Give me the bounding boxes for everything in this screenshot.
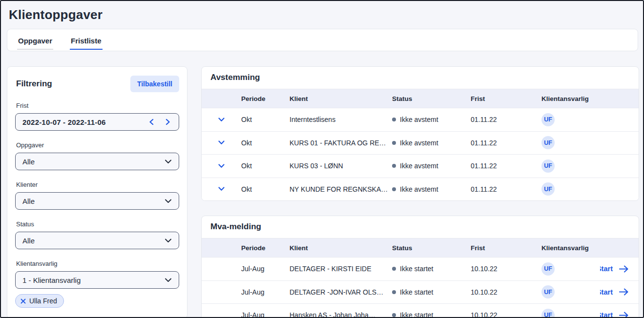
tab-fristliste[interactable]: Fristliste [70,31,103,50]
periode-cell: Okt [241,162,290,170]
column-header-frist: Frist [471,244,541,252]
klienter-select-value: Alle [22,197,165,205]
status-select-value: Alle [22,237,165,245]
frist-cell: 10.10.22 [471,265,541,273]
chevron-down-icon [165,199,172,203]
start-link[interactable]: Start [600,265,629,273]
oppgaver-select-value: Alle [22,158,165,166]
table-header-row: PeriodeKlientStatusFristKlientansvarlig [202,238,639,257]
status-text: Ikke avstemt [400,139,438,147]
frist-cell: 01.11.22 [471,139,541,147]
expand-chevron-icon[interactable] [218,140,225,145]
klientansvarlig-cell: UF [541,309,600,318]
arrow-right-icon[interactable] [619,265,629,273]
klienter-select[interactable]: Alle [15,192,179,210]
klientansvarlig-badge: UF [541,136,555,149]
frist-filter: Frist 2022-10-07 - 2022-11-06 [15,102,179,131]
table-row: OktNY KUNDE FOR REGNKSKA…Ikke avstemt01.… [202,178,639,201]
chevron-down-icon [165,159,172,164]
status-cell: Ikke avstemt [392,139,471,147]
status-text: Ikke avstemt [400,116,438,123]
column-header-status: Status [392,95,471,102]
start-link[interactable]: Start [600,311,629,318]
oppgaver-filter: Oppgaver Alle [15,141,179,170]
status-dot-icon [392,267,396,271]
frist-date-range-input[interactable]: 2022-10-07 - 2022-11-06 [15,113,179,131]
expand-chevron-icon[interactable] [218,164,225,168]
action-cell: Start [600,311,639,318]
table-title: Mva-melding [202,216,639,238]
status-dot-icon [392,164,396,168]
status-text: Ikke startet [400,288,433,296]
action-cell: Start [600,265,639,273]
klientansvarlig-cell: UF [541,159,600,173]
tables-column: Avstemming PeriodeKlientStatusFristKlien… [201,66,639,318]
table-row: Jul-AugDELTAGER -JON-IVAR OLS…Ikke start… [202,280,639,304]
status-dot-icon [392,141,396,145]
column-header-klient: Klient [290,244,392,252]
main-content: Filtrering Tilbakestill Frist 2022-10-07… [7,66,639,318]
column-header-periode: Periode [241,244,290,252]
tab-oppgaver[interactable]: Oppgaver [17,31,53,50]
expand-chevron-icon[interactable] [218,187,225,191]
close-icon[interactable] [21,298,26,304]
page-header: Klientoppgaver [1,1,643,27]
status-select[interactable]: Alle [15,232,179,249]
klientansvarlig-cell: UF [541,136,600,149]
table-row: OktInterntestlisensIkke avstemt01.11.22U… [202,108,639,131]
status-cell: Ikke avstemt [392,116,471,123]
klientansvarlig-badge: UF [541,182,555,196]
start-link-label: Start [600,311,613,318]
klientansvarlig-cell: UF [541,182,600,196]
periode-cell: Jul-Aug [241,288,290,296]
klientansvarlig-cell: UF [541,285,600,298]
klient-cell: DELTAGER -JON-IVAR OLS… [290,288,392,296]
start-link[interactable]: Start [600,288,629,296]
klient-cell: NY KUNDE FOR REGNKSKA… [290,185,392,193]
filter-chip-label: Ulla Fred [29,297,57,305]
table-body: OktInterntestlisensIkke avstemt01.11.22U… [202,108,639,200]
table-row: OktKURS 01 - FAKTURA OG RE…Ikke avstemt0… [202,131,639,155]
status-cell: Ikke startet [392,288,471,296]
chevron-left-icon[interactable] [148,119,154,125]
klient-cell: KURS 03 - LØNN [290,162,392,170]
periode-cell: Jul-Aug [241,265,290,273]
klienter-filter: Klienter Alle [15,181,179,210]
arrow-right-icon[interactable] [619,288,629,296]
periode-cell: Jul-Aug [241,311,290,318]
klientansvarlig-select[interactable]: 1 - Klientansvarlig [15,271,179,289]
klient-cell: KURS 01 - FAKTURA OG RE… [290,139,392,147]
periode-cell: Okt [241,139,290,147]
klientansvarlig-filter: Klientansvarlig 1 - Klientansvarlig Ulla… [15,260,179,308]
column-header-status: Status [392,244,471,252]
expand-chevron-icon[interactable] [218,118,225,122]
klientansvarlig-badge: UF [541,262,555,276]
arrow-right-icon[interactable] [619,312,629,318]
periode-cell: Okt [241,116,290,123]
klientansvarlig-label: Klientansvarlig [16,260,179,267]
filter-title: Filtrering [15,79,52,89]
chevron-right-icon[interactable] [165,119,171,125]
status-cell: Ikke startet [392,311,471,318]
status-cell: Ikke avstemt [392,162,471,170]
table-row: OktKURS 03 - LØNNIkke avstemt01.11.22UF [202,154,639,178]
status-text: Ikke startet [400,265,433,273]
oppgaver-select[interactable]: Alle [15,153,179,170]
tab-bar: Oppgaver Fristliste [7,29,638,51]
filter-chip-ulla-fred[interactable]: Ulla Fred [15,294,64,308]
reset-filters-button[interactable]: Tilbakestill [130,76,179,92]
status-text: Ikke startet [400,311,433,318]
frist-date-range-value: 2022-10-07 - 2022-11-06 [22,118,148,126]
klient-cell: Interntestlisens [290,116,392,123]
klientansvarlig-badge: UF [541,159,555,173]
column-header-periode: Periode [241,95,290,102]
table-header-row: PeriodeKlientStatusFristKlientansvarlig [202,89,639,108]
klientansvarlig-cell: UF [541,262,600,276]
chevron-down-icon [165,238,172,243]
column-header-frist: Frist [471,95,541,102]
klientansvarlig-badge: UF [541,113,555,126]
table-title: Avstemming [202,67,639,89]
klienter-label: Klienter [16,181,179,188]
frist-cell: 01.11.22 [471,185,541,193]
frist-cell: 10.10.22 [471,311,541,318]
